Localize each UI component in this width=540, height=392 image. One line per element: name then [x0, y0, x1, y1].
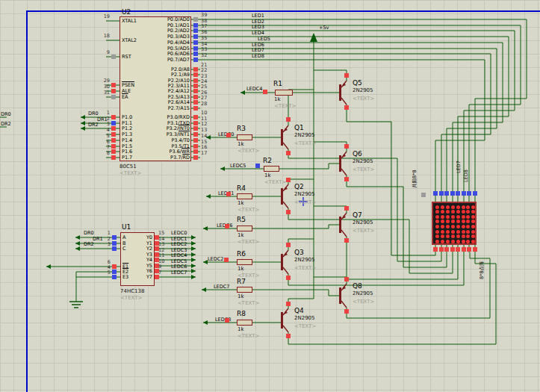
transistor-Q5[interactable] [339, 84, 341, 101]
transistor-Q7[interactable] [339, 217, 341, 233]
schematic-canvas[interactable]: U280C51<TEXT>XTAL119XTAL218RST9PSEN29ALE… [0, 0, 540, 392]
pin-label: P1.6 [122, 149, 132, 155]
component-R3-resistor[interactable] [237, 134, 252, 140]
pin-state-indicator [193, 126, 198, 131]
component-R7-resistor[interactable] [237, 287, 252, 293]
matrix-dot [441, 240, 444, 243]
net-label[interactable]: DR0 [1, 112, 11, 117]
emitter-wire[interactable] [314, 277, 347, 284]
component-R5-resistor[interactable] [237, 225, 252, 231]
component-R4-resistor[interactable] [237, 193, 252, 199]
matrix-dot [451, 220, 455, 223]
net-label[interactable]: LED3 [252, 25, 264, 30]
net-label[interactable]: LED4 [252, 31, 264, 36]
component-R1-resistor[interactable] [275, 90, 293, 96]
component-ref[interactable]: U2 [122, 9, 131, 16]
component-ref[interactable]: Q3 [294, 249, 304, 256]
pin-state-indicator [111, 55, 116, 59]
pin-state-indicator [111, 115, 116, 119]
net-label[interactable]: LED8 [252, 54, 264, 59]
terminal-arrow-icon [191, 264, 196, 268]
component-text: <TEXT> [238, 301, 259, 306]
net-label[interactable]: LED7 [252, 48, 264, 53]
net-label[interactable]: DR2 [88, 122, 99, 128]
pin-label: P0.3/AD3 [141, 34, 190, 40]
pin-number: 19 [95, 14, 110, 19]
pin-label: Y7 [134, 275, 152, 280]
base-wire[interactable] [252, 290, 339, 296]
transistor-Q2[interactable] [281, 188, 283, 205]
net-label[interactable]: DR0 [84, 231, 94, 236]
component-text: <TEXT> [353, 167, 374, 172]
component-ref[interactable]: R1 [273, 81, 282, 87]
net-wire-LED2[interactable] [191, 25, 521, 202]
component-ref[interactable]: U1 [122, 224, 131, 231]
component-ref[interactable]: Q2 [294, 184, 304, 190]
base-wire[interactable] [279, 164, 339, 169]
net-label[interactable]: LEDC7 [214, 284, 229, 290]
net-label[interactable]: LEDC7 [171, 270, 187, 276]
pin-label: Y2 [134, 246, 152, 252]
transistor-Q4[interactable] [281, 312, 283, 329]
component-ref[interactable]: Q1 [294, 125, 304, 131]
component-value: 2N2905 [353, 159, 373, 164]
pin-number: 39 [201, 13, 207, 18]
pin-state-indicator [112, 264, 117, 269]
net-label[interactable]: LED1 [252, 13, 264, 19]
net-label[interactable]: LEDC2 [208, 257, 223, 262]
component-ref[interactable]: Q6 [353, 151, 362, 158]
net-label[interactable]: LEDC5 [230, 164, 246, 169]
led-matrix-8x8[interactable] [432, 202, 477, 245]
component-ref[interactable]: Q7 [353, 212, 362, 219]
net-label-vertical[interactable]: LED8 [464, 169, 469, 182]
pin-state-indicator [226, 192, 231, 196]
component-text: <TEXT> [274, 104, 296, 109]
collector-wire[interactable] [288, 208, 453, 273]
net-label[interactable]: LEDC4 [171, 253, 187, 258]
component-ref[interactable]: R2 [263, 158, 272, 164]
component-ref[interactable]: R7 [237, 279, 246, 285]
pin-state-indicator [344, 105, 349, 110]
transistor-Q3[interactable] [281, 254, 283, 270]
net-label[interactable]: LEDC2 [171, 242, 187, 247]
component-R8-resistor[interactable] [237, 320, 252, 326]
pin-label: A [122, 235, 125, 240]
transistor-Q6[interactable] [339, 155, 341, 172]
component-ref[interactable]: Q5 [353, 80, 362, 87]
emitter-wire[interactable] [314, 70, 347, 81]
pin-state-indicator [193, 89, 198, 93]
component-R2-resistor[interactable] [264, 166, 279, 172]
component-ref[interactable]: R6 [237, 251, 246, 258]
component-ref[interactable]: R5 [237, 217, 246, 223]
net-label-vertical[interactable]: LED7 [456, 161, 462, 173]
net-wire-LED4[interactable] [191, 37, 509, 202]
matrix-top-pin [456, 191, 460, 196]
pin-label: P0.6/AD6 [141, 52, 190, 57]
net-label[interactable]: DR0 [88, 111, 99, 116]
emitter-wire[interactable] [314, 142, 347, 152]
component-ref[interactable]: Q8 [353, 283, 362, 290]
net-label[interactable]: LED5 [258, 37, 270, 42]
component-R6-resistor[interactable] [237, 259, 252, 265]
transistor-Q8[interactable] [339, 287, 341, 304]
collector-wire[interactable] [288, 252, 496, 344]
net-label[interactable]: DR2 [84, 242, 94, 247]
transistor-Q1[interactable] [281, 129, 283, 146]
base-wire[interactable] [252, 225, 339, 228]
net-wire-LED8[interactable] [191, 60, 485, 202]
power-label[interactable]: +5v [319, 25, 329, 31]
component-ref[interactable]: R3 [237, 125, 246, 132]
pin-state-indicator [112, 246, 117, 251]
component-text: <TEXT> [353, 299, 374, 305]
net-label[interactable]: LEDC6 [171, 264, 187, 270]
net-label[interactable]: LEDC0 [171, 231, 187, 236]
component-ref[interactable]: R4 [237, 185, 246, 192]
component-ref[interactable]: Q4 [294, 308, 304, 314]
component-ref[interactable]: R8 [237, 311, 246, 317]
net-label[interactable]: DR2 [1, 122, 11, 127]
emitter-wire[interactable] [314, 206, 347, 213]
net-label[interactable]: LEDC4 [246, 87, 262, 92]
matrix-dot [471, 240, 475, 243]
matrix-dot [462, 220, 465, 223]
net-label[interactable]: DR1 [93, 237, 103, 242]
